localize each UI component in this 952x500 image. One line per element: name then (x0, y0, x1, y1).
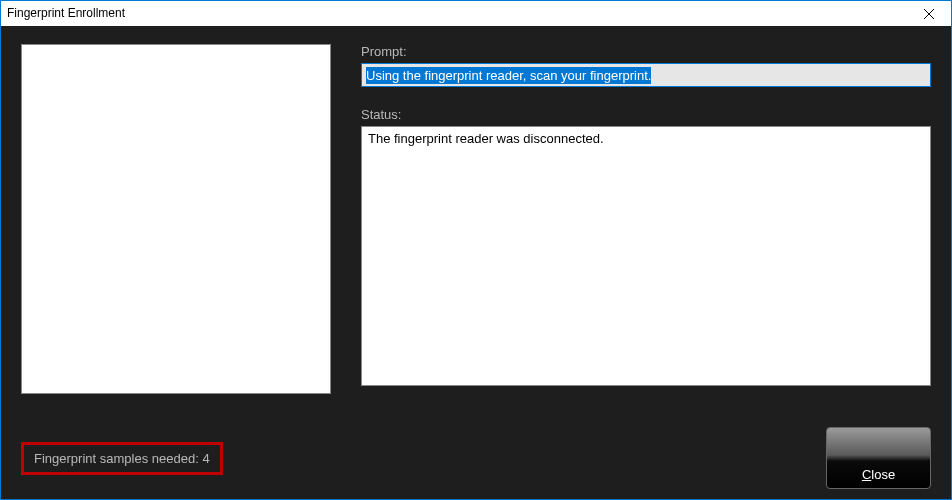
titlebar: Fingerprint Enrollment (1, 1, 951, 26)
right-column: Prompt: Using the fingerprint reader, sc… (361, 44, 931, 405)
window-title: Fingerprint Enrollment (7, 1, 125, 26)
close-button-accel: C (862, 467, 871, 482)
close-button-rest: lose (871, 467, 895, 482)
prompt-field[interactable]: Using the fingerprint reader, scan your … (361, 63, 931, 87)
close-button[interactable]: Close (826, 427, 931, 489)
prompt-value: Using the fingerprint reader, scan your … (366, 67, 651, 84)
bottom-row: Fingerprint samples needed: 4 Close (21, 427, 931, 489)
prompt-label: Prompt: (361, 44, 931, 59)
main-row: Prompt: Using the fingerprint reader, sc… (21, 44, 931, 405)
status-label: Status: (361, 107, 931, 122)
samples-needed: Fingerprint samples needed: 4 (21, 442, 223, 475)
samples-label: Fingerprint samples needed: (34, 451, 199, 466)
enrollment-window: Fingerprint Enrollment Prompt: Using the… (0, 0, 952, 500)
fingerprint-preview (21, 44, 331, 394)
content-area: Prompt: Using the fingerprint reader, sc… (1, 26, 951, 499)
window-close-button[interactable] (906, 1, 951, 26)
close-icon (923, 8, 935, 20)
status-area: Status: (361, 107, 931, 405)
samples-count: 4 (202, 451, 209, 466)
status-field[interactable] (361, 126, 931, 386)
